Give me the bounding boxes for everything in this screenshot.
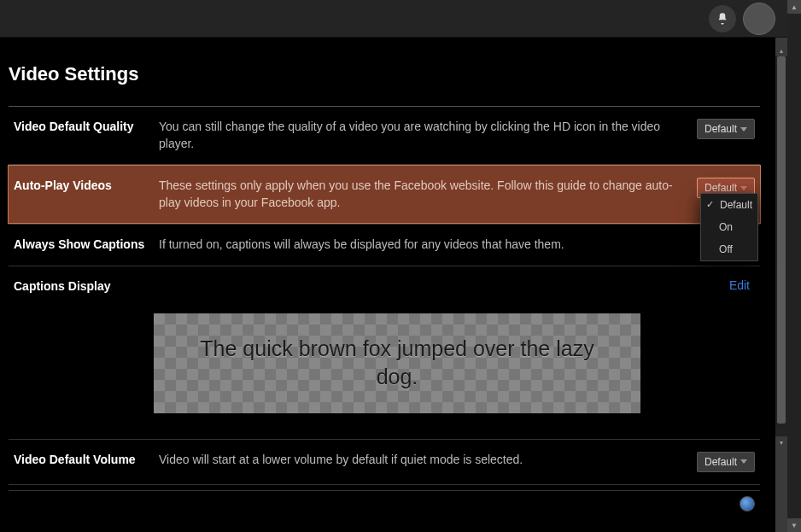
volume-select[interactable]: Default (697, 452, 755, 472)
row-video-default-volume: Video Default Volume Video will start at… (9, 440, 760, 484)
account-avatar-button[interactable] (743, 3, 775, 35)
row-description (159, 278, 716, 295)
dropdown-option-label: On (719, 221, 733, 233)
row-action: Default (697, 119, 755, 152)
row-label: Always Show Captions (14, 237, 150, 254)
scroll-up-button[interactable]: ▲ (775, 44, 787, 56)
select-value: Default (705, 456, 737, 468)
chevron-down-icon (740, 127, 747, 132)
bell-icon (716, 12, 729, 26)
select-value: Default (705, 123, 737, 135)
outer-scrollbar[interactable]: ▲ ▼ (787, 0, 801, 532)
divider (9, 484, 760, 485)
captions-edit-link[interactable]: Edit (724, 278, 755, 292)
row-action: Edit (724, 278, 755, 295)
notifications-button[interactable] (709, 5, 736, 32)
row-label: Captions Display (14, 278, 150, 295)
dropdown-option-label: Off (719, 243, 733, 255)
scroll-thumb[interactable] (777, 56, 786, 424)
check-icon: ✓ (706, 199, 714, 210)
scroll-down-button[interactable]: ▼ (787, 518, 801, 532)
row-always-show-captions: Always Show Captions If turned on, capti… (9, 225, 760, 266)
chevron-down-icon (740, 186, 747, 190)
quality-select[interactable]: Default (697, 119, 755, 139)
globe-icon[interactable] (740, 496, 755, 512)
row-video-default-quality: Video Default Quality You can still chan… (9, 107, 760, 164)
row-auto-play-videos: Auto-Play Videos These settings only app… (8, 165, 761, 224)
dropdown-option-off[interactable]: Off (701, 238, 757, 260)
scroll-down-button[interactable]: ▼ (775, 436, 787, 448)
row-label: Video Default Quality (14, 119, 150, 152)
row-captions-display: Captions Display Edit (9, 266, 760, 307)
row-label: Auto-Play Videos (14, 178, 150, 211)
row-description: If turned on, captions will always be di… (159, 237, 755, 254)
dropdown-option-label: Default (720, 199, 752, 211)
row-description: You can still change the quality of a vi… (159, 119, 688, 152)
row-label: Video Default Volume (14, 452, 150, 472)
settings-panel: Video Settings Video Default Quality You… (0, 38, 775, 532)
row-description: These settings only apply when you use t… (159, 178, 688, 211)
footer-row (9, 490, 760, 517)
dropdown-option-on[interactable]: On (701, 216, 757, 238)
inner-scrollbar[interactable]: ▲ ▼ (775, 44, 787, 448)
app-root: Video Settings Video Default Quality You… (0, 0, 801, 532)
chevron-down-icon (740, 459, 747, 464)
row-action: Default (697, 452, 755, 472)
page-title: Video Settings (9, 63, 760, 85)
top-header (0, 0, 801, 38)
row-description: Video will start at a lower volume by de… (159, 452, 688, 472)
dropdown-option-default[interactable]: ✓ Default (701, 194, 757, 216)
scroll-up-button[interactable]: ▲ (787, 0, 801, 14)
captions-preview: The quick brown fox jumped over the lazy… (154, 313, 640, 413)
captions-preview-text: The quick brown fox jumped over the lazy… (178, 335, 617, 393)
autoplay-dropdown: ✓ Default On Off (700, 193, 758, 261)
